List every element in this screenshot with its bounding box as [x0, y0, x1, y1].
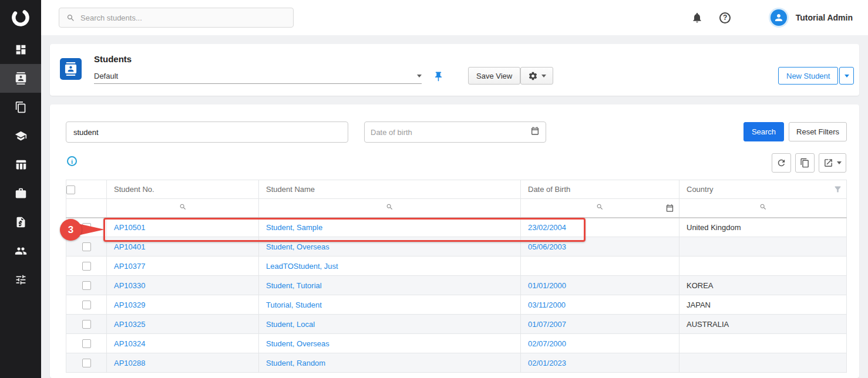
students-list-card: Search Reset Filters i Student No.	[50, 104, 859, 378]
view-selected-label: Default	[94, 72, 118, 80]
filter-cell-student-name[interactable]	[259, 199, 521, 218]
student-no-link[interactable]: AP10324	[114, 339, 146, 348]
user-name[interactable]: Tutorial Admin	[796, 13, 853, 22]
view-settings-button[interactable]	[520, 67, 553, 85]
search-icon	[179, 203, 187, 211]
country-cell: KOREA	[679, 276, 847, 295]
sidebar-item-courses[interactable]	[0, 122, 41, 150]
dob-link[interactable]: 02/07/2000	[528, 339, 566, 348]
sidebar-item-dashboard[interactable]	[0, 35, 41, 64]
column-header-student-no[interactable]: Student No.	[107, 180, 259, 199]
row-checkbox[interactable]	[82, 320, 91, 329]
info-icon[interactable]: i	[67, 156, 77, 166]
select-all-checkbox[interactable]	[66, 185, 75, 194]
student-name-link[interactable]: LeadTOStudent, Just	[266, 262, 338, 271]
country-text: AUSTRALIA	[687, 320, 729, 329]
row-checkbox[interactable]	[82, 281, 91, 290]
sidebar-item-tables[interactable]	[0, 150, 41, 179]
student-no-link[interactable]: AP10501	[114, 223, 146, 232]
dob-link[interactable]: 23/02/2004	[528, 223, 566, 232]
student-no-link[interactable]: AP10325	[114, 320, 146, 329]
dob-link[interactable]: 03/11/2000	[528, 301, 566, 309]
dob-cell: 02/01/2023	[521, 353, 679, 373]
filter-funnel-icon[interactable]	[833, 185, 842, 194]
sidebar-item-employers[interactable]	[0, 179, 41, 208]
app-logo[interactable]	[0, 0, 41, 35]
student-name-link[interactable]: Student, Tutorial	[266, 281, 322, 290]
student-name-cell: Student, Tutorial	[259, 276, 521, 295]
new-student-button[interactable]: New Student	[778, 67, 838, 85]
row-checkbox[interactable]	[82, 301, 91, 309]
reset-filters-button[interactable]: Reset Filters	[789, 122, 847, 141]
chevron-down-icon	[541, 75, 546, 77]
search-button[interactable]: Search	[743, 122, 784, 141]
student-name-link[interactable]: Student, Overseas	[266, 339, 329, 348]
student-no-link[interactable]: AP10288	[114, 359, 146, 367]
table-row: AP10329Tutorial, Student03/11/2000JAPAN	[66, 295, 847, 315]
calendar-icon[interactable]	[665, 204, 674, 214]
table-row: AP10325Student, Local01/07/2007AUSTRALIA	[66, 315, 847, 334]
table-row: AP10330Student, Tutorial01/01/2000KOREA	[66, 276, 847, 295]
table-icon	[15, 158, 27, 171]
student-no-link[interactable]: AP10401	[114, 242, 146, 251]
student-name-cell: Student, Sample	[259, 218, 521, 237]
country-text: JAPAN	[687, 301, 711, 309]
dob-cell: 05/06/2003	[521, 237, 679, 256]
column-header-student-name[interactable]: Student Name	[259, 180, 521, 199]
sidebar-item-settings[interactable]	[0, 265, 41, 294]
export-button[interactable]	[819, 153, 846, 173]
sidebar-item-invoices[interactable]	[0, 208, 41, 237]
country-text: United Kingdom	[687, 223, 741, 232]
row-checkbox[interactable]	[82, 262, 91, 271]
notifications-button[interactable]	[688, 8, 706, 27]
sidebar-item-documents[interactable]	[0, 93, 41, 122]
new-student-dropdown-button[interactable]	[839, 67, 854, 85]
column-header-dob[interactable]: Date of Birth	[521, 180, 679, 199]
country-cell	[679, 256, 847, 276]
avatar[interactable]	[769, 8, 789, 28]
country-text: KOREA	[687, 281, 714, 290]
row-checkbox[interactable]	[82, 242, 91, 251]
student-name-link[interactable]: Student, Sample	[266, 223, 322, 232]
graduation-cap-icon	[15, 130, 27, 142]
filter-cell-country[interactable]	[679, 199, 847, 218]
student-no-link[interactable]: AP10330	[114, 281, 146, 290]
student-name-link[interactable]: Tutorial, Student	[266, 301, 322, 309]
dob-link[interactable]: 05/06/2003	[528, 242, 566, 251]
filter-cell-student-no[interactable]	[107, 199, 259, 218]
sidebar-item-students[interactable]	[0, 64, 41, 93]
logo-icon	[10, 7, 31, 28]
student-name-cell: Student, Random	[259, 353, 521, 373]
sidebar-item-agents[interactable]	[0, 237, 41, 265]
student-name-link[interactable]: Student, Random	[266, 359, 325, 367]
country-cell: JAPAN	[679, 295, 847, 315]
refresh-button[interactable]	[772, 153, 791, 173]
dob-cell: 01/01/2000	[521, 276, 679, 295]
save-view-button[interactable]: Save View	[468, 67, 520, 85]
row-checkbox[interactable]	[82, 359, 91, 367]
student-name-link[interactable]: Student, Local	[266, 320, 315, 329]
pin-view-button[interactable]	[430, 69, 446, 84]
page-title: Students	[94, 54, 132, 64]
bell-icon	[691, 12, 703, 23]
column-header-country[interactable]: Country	[679, 180, 847, 199]
dob-link[interactable]: 01/01/2000	[528, 281, 566, 290]
country-cell: United Kingdom	[679, 218, 847, 237]
student-name-link[interactable]: Student, Overseas	[266, 242, 329, 251]
help-button[interactable]: ?	[716, 8, 735, 27]
dob-link[interactable]: 02/01/2023	[528, 359, 566, 367]
dob-link[interactable]: 01/07/2007	[528, 320, 566, 329]
global-search-input[interactable]	[80, 14, 286, 22]
table-row: AP10288Student, Random02/01/2023	[66, 353, 847, 373]
dob-filter-input[interactable]	[371, 128, 530, 137]
view-selector[interactable]: Default	[94, 69, 422, 84]
gear-icon	[528, 71, 538, 81]
keyword-filter-input[interactable]	[66, 122, 348, 143]
student-no-link[interactable]: AP10377	[114, 262, 146, 271]
calendar-icon[interactable]	[530, 126, 540, 138]
row-checkbox-cell	[66, 276, 107, 295]
filter-cell-dob[interactable]	[521, 199, 679, 218]
row-checkbox[interactable]	[82, 339, 91, 348]
copy-grid-button[interactable]	[795, 153, 815, 173]
student-no-link[interactable]: AP10329	[114, 301, 146, 309]
